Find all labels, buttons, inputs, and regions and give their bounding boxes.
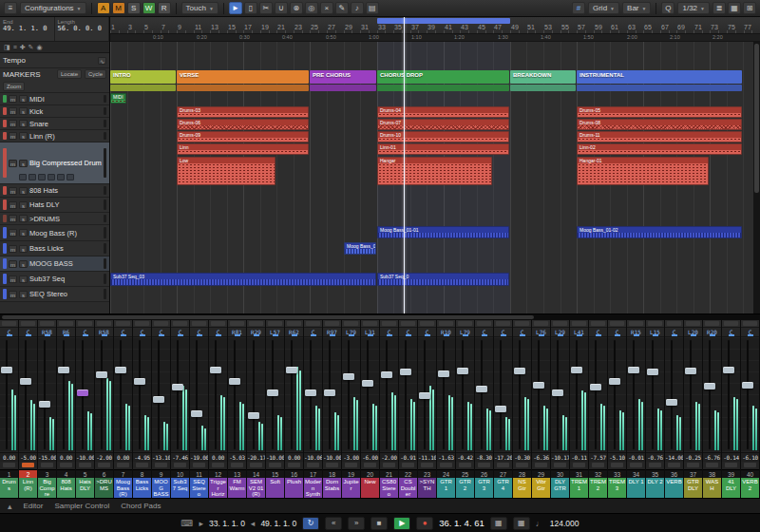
routing-slot[interactable] bbox=[38, 320, 56, 328]
event-lanes[interactable]: INTROVERSEPRE CHORUSCHORUS DROPBREAKDOWN… bbox=[110, 42, 760, 314]
channel-name[interactable]: TREM 1 bbox=[570, 478, 588, 499]
channel-number[interactable]: 28 bbox=[513, 469, 531, 478]
channel-level-value[interactable]: 0.00 bbox=[0, 452, 18, 462]
ruler-bar-label[interactable]: 27 bbox=[328, 24, 335, 30]
channel-number[interactable]: 20 bbox=[361, 469, 379, 478]
channel-number[interactable]: 40 bbox=[741, 469, 759, 478]
fader-handle[interactable] bbox=[647, 369, 658, 375]
pan-control[interactable]: L20 bbox=[684, 328, 702, 337]
ruler-bar-label[interactable]: 31 bbox=[361, 24, 369, 30]
channel-name[interactable]: GTR 4 bbox=[494, 478, 512, 499]
inspector-icon-2[interactable]: ✚ bbox=[20, 44, 26, 51]
marker-2-button[interactable]: ▦ bbox=[513, 517, 530, 530]
channel-level-value[interactable]: -6.00 bbox=[361, 452, 379, 462]
channel-name[interactable]: >SYNTH bbox=[418, 478, 436, 499]
channel-number[interactable]: 32 bbox=[589, 469, 607, 478]
line-tool-icon[interactable]: ▤ bbox=[366, 2, 379, 14]
section-verse[interactable]: VERSE bbox=[177, 70, 309, 84]
rewind-button[interactable]: « bbox=[325, 517, 342, 530]
toolbar-m-button[interactable]: M bbox=[112, 2, 125, 14]
routing-slot[interactable] bbox=[532, 320, 550, 328]
toolbar-w-button[interactable]: W bbox=[142, 2, 156, 14]
channel-name[interactable]: MOOG BASS bbox=[152, 478, 170, 499]
zoom-tool-icon[interactable]: ◎ bbox=[305, 2, 318, 14]
pan-control[interactable]: C bbox=[0, 328, 18, 337]
channel-slot[interactable] bbox=[456, 462, 474, 469]
channel-name[interactable]: Trigger Horizon bbox=[209, 478, 227, 499]
section-part-verse[interactable] bbox=[177, 85, 309, 91]
section-chorus-drop[interactable]: CHORUS DROP bbox=[377, 70, 509, 84]
section-intro[interactable]: INTRO bbox=[110, 70, 176, 84]
clip[interactable]: Drums-03 bbox=[177, 106, 309, 118]
channel-number[interactable]: 21 bbox=[380, 469, 398, 478]
routing-slot[interactable] bbox=[380, 320, 398, 328]
fader-handle[interactable] bbox=[723, 367, 734, 373]
ruler-bar-label[interactable]: 21 bbox=[277, 24, 285, 30]
routing-slot[interactable] bbox=[133, 320, 151, 328]
channel-slot[interactable] bbox=[437, 462, 455, 469]
channel-slot[interactable] bbox=[646, 462, 664, 469]
channel-number[interactable]: 23 bbox=[418, 469, 436, 478]
channel-name[interactable]: Vibr Gtr bbox=[532, 478, 550, 499]
channel-level-value[interactable]: -10.00 bbox=[323, 452, 341, 462]
channel-number[interactable]: 1 bbox=[0, 469, 18, 478]
channel-slot[interactable] bbox=[152, 462, 170, 469]
channel-slot[interactable] bbox=[741, 462, 759, 469]
section-part-instrumental[interactable] bbox=[577, 85, 742, 91]
pan-control[interactable]: C bbox=[589, 328, 607, 337]
pan-control[interactable]: R6 bbox=[57, 328, 75, 337]
channel-name[interactable]: DLY 1 bbox=[627, 478, 645, 499]
channel-slot[interactable] bbox=[475, 462, 493, 469]
ruler-bar-label[interactable]: 71 bbox=[694, 24, 702, 30]
fader-handle[interactable] bbox=[115, 367, 126, 373]
fader-handle[interactable] bbox=[362, 380, 373, 387]
clip[interactable]: Drums-05 bbox=[577, 106, 742, 118]
tab-sampler-control[interactable]: Sampler Control bbox=[54, 502, 109, 510]
track-solo-button[interactable]: s bbox=[19, 187, 28, 195]
ruler-bar-label[interactable]: 47 bbox=[494, 24, 502, 30]
channel-name[interactable]: Sub37 Seq bbox=[171, 478, 189, 499]
channel-number[interactable]: 10 bbox=[171, 469, 189, 478]
channel-level-value[interactable]: -3.00 bbox=[342, 452, 360, 462]
pan-control[interactable]: R29 bbox=[247, 328, 265, 337]
channel-slot[interactable] bbox=[209, 462, 227, 469]
channel-name[interactable]: Moog Bass (R) bbox=[114, 478, 132, 499]
ruler-bar-label[interactable]: 29 bbox=[345, 24, 352, 30]
quantize-icon[interactable]: Q bbox=[661, 2, 674, 14]
end-value[interactable]: 49. 1. 1. 0 bbox=[3, 25, 51, 32]
pan-control[interactable]: R58 bbox=[95, 328, 113, 337]
track-solo-button[interactable]: s bbox=[19, 291, 28, 298]
channel-name[interactable]: FM Warm bbox=[228, 478, 246, 499]
track-mute-button[interactable]: m bbox=[9, 187, 17, 195]
play-button[interactable]: ▶ bbox=[393, 517, 410, 530]
fader-handle[interactable] bbox=[476, 386, 487, 392]
channel-name[interactable]: 808 Hats bbox=[57, 478, 75, 499]
channel-slot[interactable] bbox=[266, 462, 284, 469]
length-value[interactable]: 56. 0. 0. 0 bbox=[58, 25, 106, 32]
routing-slot[interactable] bbox=[0, 320, 18, 328]
channel-level-value[interactable]: -19.00 bbox=[190, 452, 208, 462]
routing-slot[interactable] bbox=[19, 320, 37, 328]
routing-slot[interactable] bbox=[76, 320, 94, 328]
mute-tool-icon[interactable]: × bbox=[320, 2, 333, 14]
track-row-sub37-seq[interactable]: msSub37 Seq bbox=[0, 272, 109, 287]
ruler-bar-label[interactable]: 65 bbox=[644, 24, 652, 30]
channel-level-value[interactable]: -0.01 bbox=[627, 452, 645, 462]
pan-control[interactable]: L79 bbox=[342, 328, 360, 337]
pan-control[interactable]: L15 bbox=[646, 328, 664, 337]
channel-slot[interactable] bbox=[513, 462, 531, 469]
routing-slot[interactable] bbox=[456, 320, 474, 328]
channel-name[interactable]: Hats DLY bbox=[76, 478, 94, 499]
track-mute-button[interactable]: m bbox=[9, 215, 17, 222]
channel-name[interactable]: Soft bbox=[266, 478, 284, 499]
routing-slot[interactable] bbox=[741, 320, 759, 328]
channel-number[interactable]: 18 bbox=[323, 469, 341, 478]
ruler-bar-label[interactable]: 11 bbox=[195, 24, 201, 30]
track-row-midi[interactable]: msMIDI bbox=[0, 93, 109, 105]
channel-name[interactable]: TREM 2 bbox=[589, 478, 607, 499]
routing-slot[interactable] bbox=[285, 320, 303, 328]
ruler-bar-label[interactable]: 43 bbox=[461, 24, 468, 30]
clip[interactable]: Hangar-01 bbox=[577, 157, 709, 185]
channel-level-value[interactable]: -10.00 bbox=[76, 452, 94, 462]
clip[interactable]: Sub37 Seq_0 bbox=[377, 273, 509, 286]
